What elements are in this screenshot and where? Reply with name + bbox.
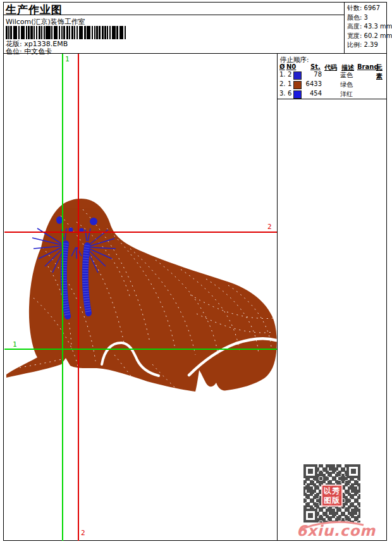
col-header-number: N0 [286,63,296,70]
design-barcode [6,26,127,39]
row-needle: 1 [288,80,291,87]
stamp-line-2: 图版 [321,496,343,505]
stamp-line-1: 以秀 [321,486,343,496]
col-header-needle-symbol: Ø [279,63,285,70]
page-title: 生产作业图 [6,3,63,17]
red-vertical-guide-label: 2 [81,529,85,536]
color-swatch [293,90,302,99]
walrus-design [4,54,277,541]
scale-row: 比例: 2.39 [347,40,387,50]
row-stitch-count: 78 [302,71,322,78]
table-row: 2. 1 6433 绿色 [278,80,387,90]
height-row: 高度: 43.3 mm [347,22,387,32]
row-needle: 6 [288,90,291,97]
col-header-stitches: St. [310,63,321,70]
design-stats-panel: 针数: 6967 颜色: 3 高度: 43.3 mm 宽度: 60.2 mm 比… [344,3,387,54]
red-vertical-guide [78,54,79,541]
worksheet-page: 生产作业图 Wilcom(汇京)装饰工作室 花版: xp1338.EMB 色位:… [3,2,387,541]
green-vertical-guide [62,54,63,541]
color-swatch [293,71,302,80]
row-index: 2. [279,80,286,87]
studio-name: Wilcom(汇京)装饰工作室 [6,17,85,27]
col-header-brand: Brand [357,63,379,70]
green-horizontal-guide-label: 1 [13,341,17,348]
table-bottom-rule [278,99,387,99]
title-row: 生产作业图 [4,3,344,15]
red-horizontal-guide-label: 2 [267,223,272,230]
header: 生产作业图 Wilcom(汇京)装饰工作室 花版: xp1338.EMB 色位:… [4,3,386,54]
color-count-row: 颜色: 3 [347,13,387,23]
stop-sequence-panel: 停止顺序: Ø N0 St. 代码 描述 Brand 元素 1. 2 78 蓝色… [277,54,387,541]
qr-finder-icon [346,464,360,478]
red-stamp: 以秀 图版 [321,485,343,507]
table-row: 1. 2 78 蓝色 [278,71,387,80]
row-stitch-count: 454 [302,90,322,97]
red-horizontal-guide [4,232,277,233]
green-vertical-guide-label: 1 [65,56,70,63]
row-needle: 2 [288,71,291,78]
walrus-body [6,199,277,392]
stitch-count-row: 针数: 6967 [347,4,387,13]
color-swatch [293,81,302,89]
row-stitch-count: 6433 [302,80,322,87]
row-color-description: 蓝色 [340,71,353,80]
table-row: 3. 6 454 洋红 [278,90,387,99]
row-color-description: 绿色 [340,80,353,89]
qr-finder-icon [303,464,317,478]
row-index: 3. [279,90,286,97]
right-eye [90,218,97,225]
green-horizontal-guide [4,349,277,350]
row-index: 1. [279,71,286,78]
watermark-text: 6xiu.com [297,522,376,539]
width-row: 宽度: 60.2 mm [347,32,387,41]
row-color-description: 洋红 [340,90,353,99]
